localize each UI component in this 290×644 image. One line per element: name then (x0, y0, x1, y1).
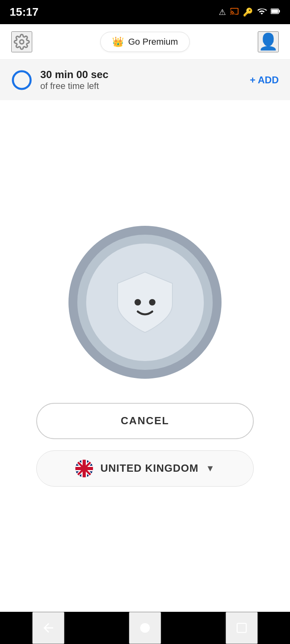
premium-label: Go Premium (128, 37, 178, 47)
shield-mascot (113, 268, 177, 336)
gear-icon (14, 34, 30, 50)
bottom-nav (0, 612, 290, 644)
free-time-duration: 30 min 00 sec (40, 68, 108, 81)
svg-rect-19 (237, 623, 246, 633)
svg-point-6 (135, 299, 141, 305)
svg-point-5 (13, 71, 31, 89)
country-name: UNITED KINGDOM (100, 462, 199, 475)
cancel-label: CANCEL (121, 415, 169, 427)
profile-button[interactable]: 👤 (258, 31, 279, 52)
svg-point-18 (140, 623, 150, 633)
add-time-button[interactable]: + ADD (250, 74, 279, 86)
profile-icon: 👤 (258, 32, 278, 51)
back-button[interactable] (32, 612, 64, 644)
premium-button[interactable]: 👑 Go Premium (100, 32, 189, 52)
chevron-down-icon: ▼ (206, 463, 215, 474)
uk-flag-icon (75, 460, 93, 477)
svg-rect-1 (279, 10, 280, 12)
status-bar: 15:17 ⚠ 🔑 (0, 0, 290, 24)
status-time: 15:17 (10, 6, 39, 19)
free-time-info: 30 min 00 sec of free time left (11, 68, 108, 91)
svg-rect-2 (271, 9, 278, 13)
svg-point-3 (20, 40, 24, 44)
cast-icon (230, 7, 239, 18)
recents-icon (236, 622, 248, 634)
shield-container[interactable] (68, 226, 222, 379)
settings-button[interactable] (11, 31, 32, 52)
home-button[interactable] (129, 612, 161, 644)
top-bar: 👑 Go Premium 👤 (0, 24, 290, 60)
recents-button[interactable] (226, 612, 258, 644)
status-icons: ⚠ 🔑 (219, 6, 280, 18)
battery-icon (271, 8, 280, 17)
key-icon: 🔑 (243, 7, 253, 17)
shield-icon (113, 268, 177, 336)
svg-point-7 (149, 299, 155, 305)
main-content: CANCEL UNITED KINGDOM ▼ (0, 100, 290, 612)
wifi-icon (257, 6, 267, 18)
home-icon (138, 621, 152, 635)
free-time-text: 30 min 00 sec of free time left (40, 68, 108, 91)
country-selector[interactable]: UNITED KINGDOM ▼ (36, 450, 254, 487)
free-time-subtitle: of free time left (40, 81, 108, 91)
cancel-button[interactable]: CANCEL (36, 403, 254, 439)
time-circle-icon (11, 70, 32, 91)
alert-icon: ⚠ (219, 7, 226, 17)
crown-icon: 👑 (112, 36, 124, 47)
free-time-banner: 30 min 00 sec of free time left + ADD (0, 60, 290, 100)
back-icon (41, 621, 56, 635)
